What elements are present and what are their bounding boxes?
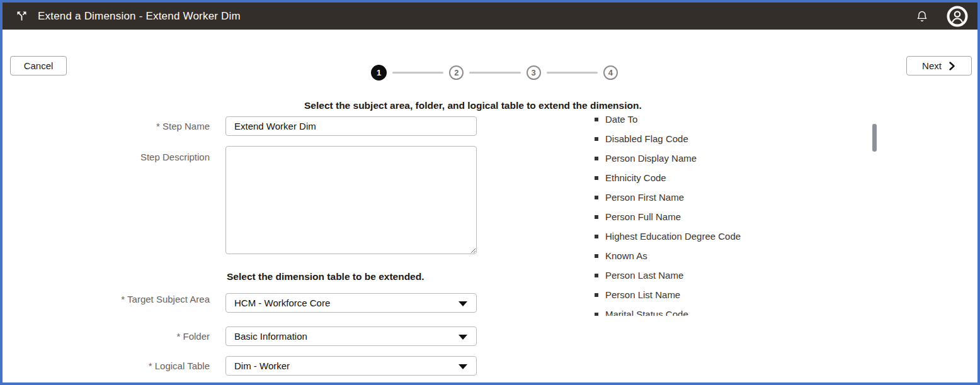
caret-down-icon (459, 301, 467, 306)
attribute-list-item: Highest Education Degree Code (589, 226, 860, 246)
target-subject-area-select[interactable]: HCM - Workforce Core (225, 293, 477, 313)
attribute-list-item: Disabled Flag Code (589, 129, 860, 148)
target-subject-area-label: * Target Subject Area (101, 293, 210, 306)
attribute-list-item: Person Full Name (589, 207, 860, 226)
caret-down-icon (459, 364, 467, 369)
step-connector (547, 72, 598, 74)
next-button[interactable]: Next (906, 56, 972, 75)
step-name-input[interactable] (225, 116, 477, 136)
folder-label: * Folder (101, 330, 210, 343)
next-button-label: Next (922, 60, 942, 71)
step-description-textarea[interactable] (225, 146, 477, 254)
folder-value: Basic Information (234, 331, 307, 342)
app-header: Extend a Dimension - Extend Worker Dim (3, 3, 977, 30)
attribute-list-item: Marital Status Code (589, 304, 860, 316)
step-description-label: Step Description (101, 151, 210, 164)
step-4-indicator[interactable]: 4 (603, 65, 618, 80)
logical-table-label: * Logical Table (101, 360, 210, 372)
header-actions (916, 3, 969, 30)
step-name-label: * Step Name (101, 120, 210, 133)
chevron-right-icon (948, 62, 956, 70)
user-avatar-icon[interactable] (946, 5, 969, 28)
logical-table-select[interactable]: Dim - Worker (225, 356, 477, 376)
step-connector (392, 72, 443, 74)
attribute-list-item: Person Last Name (589, 265, 860, 285)
bell-icon[interactable] (916, 9, 928, 23)
step-2-indicator[interactable]: 2 (449, 65, 464, 80)
attribute-list-item: Person List Name (589, 285, 860, 304)
attribute-list: Date To Disabled Flag Code Person Displa… (589, 109, 860, 316)
step-3-indicator[interactable]: 3 (527, 65, 541, 80)
attribute-list-panel: Date To Disabled Flag Code Person Displa… (589, 109, 860, 316)
page-title: Extend a Dimension - Extend Worker Dim (38, 10, 241, 23)
attribute-list-scrollbar-thumb[interactable] (872, 124, 877, 152)
attribute-list-item: Person First Name (589, 187, 860, 207)
attribute-list-item: Person Display Name (589, 148, 860, 168)
dimension-table-instruction: Select the dimension table to be extende… (227, 271, 424, 282)
step-1-indicator[interactable]: 1 (371, 65, 387, 81)
branch-split-icon (14, 9, 29, 24)
attribute-list-item: Ethnicity Code (589, 168, 860, 187)
extend-dimension-wizard-window: Extend a Dimension - Extend Worker Dim C… (0, 0, 980, 385)
attribute-list-item: Date To (589, 109, 860, 129)
attribute-list-item: Known As (589, 246, 860, 265)
folder-select[interactable]: Basic Information (225, 326, 477, 346)
wizard-stepper: 1 2 3 4 (371, 63, 618, 82)
cancel-button[interactable]: Cancel (10, 56, 67, 75)
caret-down-icon (459, 335, 467, 340)
step-connector (469, 72, 520, 74)
target-subject-area-value: HCM - Workforce Core (234, 298, 330, 308)
logical-table-value: Dim - Worker (234, 360, 290, 371)
